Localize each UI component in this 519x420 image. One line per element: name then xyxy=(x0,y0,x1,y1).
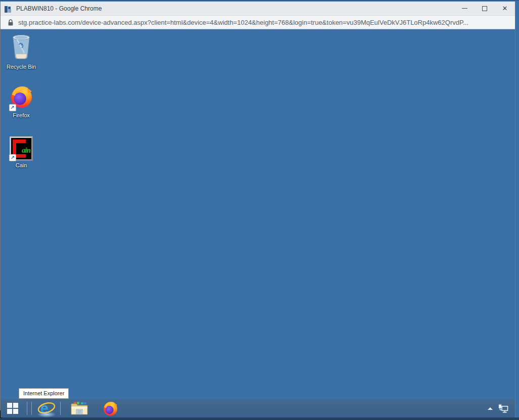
maximize-icon xyxy=(482,6,487,11)
shortcut-arrow-icon: ↗ xyxy=(9,154,16,161)
desktop-icon-label: Cain xyxy=(16,162,27,168)
remote-desktop-viewport[interactable]: Recycle Bin xyxy=(1,29,515,417)
practice-labs-logo-icon xyxy=(4,5,12,13)
host-top-edge xyxy=(0,0,519,1)
desktop-icon-label: Recycle Bin xyxy=(7,64,36,70)
network-ethernet-icon xyxy=(498,404,508,413)
taskbar-internet-explorer-button[interactable]: e xyxy=(35,399,58,417)
close-button[interactable]: ✕ xyxy=(495,2,515,15)
lock-icon[interactable] xyxy=(8,19,14,26)
system-tray xyxy=(485,399,515,417)
cain-green-text: ain xyxy=(22,146,30,155)
start-button[interactable] xyxy=(1,399,25,417)
desktop-icon-firefox[interactable]: ↗ Firefox xyxy=(2,85,41,118)
network-tray-button[interactable] xyxy=(496,399,510,417)
host-bottom-edge xyxy=(0,417,519,420)
taskbar: e xyxy=(1,399,515,417)
chevron-up-icon xyxy=(488,407,493,410)
folder-icon xyxy=(70,401,88,416)
maximize-button[interactable] xyxy=(475,2,495,15)
windows-start-icon xyxy=(7,403,18,414)
desktop-icon-label: Firefox xyxy=(13,112,30,118)
taskbar-firefox-button[interactable] xyxy=(98,399,122,417)
ie-hover-glow xyxy=(37,411,56,417)
window-titlebar[interactable]: PLABWIN810 - Google Chrome ✕ xyxy=(1,2,515,16)
window-controls: ✕ xyxy=(454,2,515,15)
recycle-bin-icon xyxy=(10,33,33,60)
window-title: PLABWIN810 - Google Chrome xyxy=(16,5,454,12)
minimize-icon xyxy=(462,8,467,9)
taskbar-file-explorer-button[interactable] xyxy=(67,399,92,417)
desktop-icon-recycle-bin[interactable]: Recycle Bin xyxy=(2,33,41,70)
host-screen: PLABWIN810 - Google Chrome ✕ stg.practic… xyxy=(0,0,519,420)
taskbar-separator xyxy=(31,402,32,415)
address-bar: stg.practice-labs.com/device-advanced.as… xyxy=(1,16,515,29)
url-text: stg.practice-labs.com/device-advanced.as… xyxy=(18,19,468,26)
minimize-button[interactable] xyxy=(454,2,475,15)
taskbar-separator xyxy=(27,402,27,415)
close-icon: ✕ xyxy=(502,5,508,12)
desktop-icon-cain[interactable]: ain ↗ Cain xyxy=(2,136,41,168)
taskbar-tooltip: Internet Explorer xyxy=(19,388,69,399)
shortcut-arrow-icon: ↗ xyxy=(9,104,16,111)
show-hidden-icons-button[interactable] xyxy=(485,399,496,417)
firefox-icon xyxy=(103,401,118,416)
taskbar-separator xyxy=(60,402,61,415)
chrome-window: PLABWIN810 - Google Chrome ✕ stg.practic… xyxy=(0,2,515,417)
